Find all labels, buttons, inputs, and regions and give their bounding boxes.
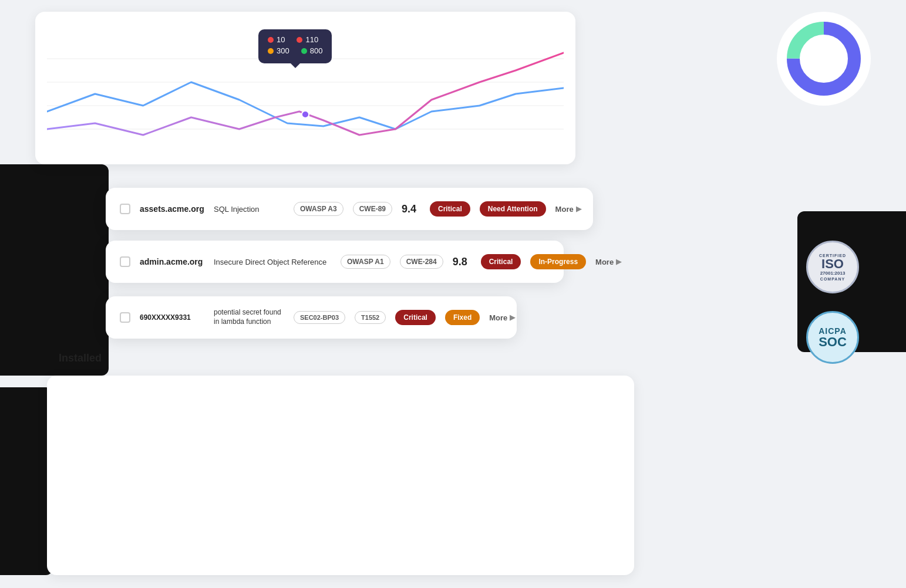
more-btn-2[interactable]: More ▶: [595, 258, 621, 266]
status-badge-1: Need Attention: [480, 201, 546, 217]
security-row-2: admin.acme.org Insecure Direct Object Re…: [106, 241, 564, 283]
checkbox-3[interactable]: [120, 312, 130, 323]
tooltip-val-4: 800: [310, 46, 323, 55]
tag-owasp-1: OWASP A3: [294, 202, 343, 216]
aicpa-badge: AICPA SOC: [806, 311, 859, 364]
tag-t-3: T1552: [355, 311, 386, 324]
arrow-icon-1: ▶: [576, 205, 581, 213]
dot-red-1: [268, 37, 274, 43]
iso-line4: COMPANY: [820, 277, 845, 281]
tooltip-item-4: 800: [301, 46, 323, 55]
chart-card: 10 110 300 800: [35, 12, 575, 164]
severity-badge-2: Critical: [481, 254, 521, 269]
aicpa-circle: AICPA SOC: [806, 311, 859, 364]
severity-badge-1: Critical: [430, 201, 470, 217]
checkbox-1[interactable]: [120, 204, 130, 214]
tooltip-item-1: 10: [268, 35, 285, 44]
installed-label: Installed: [59, 352, 102, 364]
black-panel-bottom-left: [0, 387, 53, 575]
tag-owasp-2: OWASP A1: [341, 255, 390, 269]
svg-point-4: [302, 111, 309, 118]
more-label-1: More: [555, 205, 574, 214]
dot-yellow: [268, 48, 274, 54]
tooltip-val-1: 10: [277, 35, 285, 44]
score-2: 9.8: [453, 256, 471, 268]
chart-tooltip: 10 110 300 800: [258, 29, 332, 63]
tag-cwe-1: CWE-89: [353, 202, 392, 216]
arrow-icon-3: ▶: [510, 313, 515, 322]
main-container: 10 110 300 800: [0, 0, 906, 588]
vuln-3-line2: in lambda function: [214, 317, 271, 326]
tag-cwe-2: CWE-284: [400, 255, 443, 269]
status-badge-2: In-Progress: [530, 254, 586, 269]
security-row-3: 690XXXXX9331 potential secret found in l…: [106, 296, 517, 339]
aicpa-line2: SOC: [819, 336, 847, 349]
dot-red-2: [297, 37, 302, 43]
dot-green: [301, 48, 307, 54]
domain-1: assets.acme.org: [140, 204, 204, 214]
vuln-1: SQL Injection: [214, 205, 284, 214]
donut-chart-card: [777, 12, 871, 106]
tooltip-item-2: 110: [297, 35, 318, 44]
tooltip-row-1: 10 110: [268, 35, 322, 44]
score-1: 9.4: [402, 203, 420, 215]
iso-badge: CERTIFIED ISO 27001:2013 COMPANY: [806, 241, 859, 293]
tooltip-row-2: 300 800: [268, 46, 322, 55]
tag-sec-3: SEC02-BP03: [294, 311, 345, 324]
iso-line3: 27001:2013: [820, 271, 846, 276]
arrow-icon-2: ▶: [616, 258, 621, 266]
more-label-2: More: [595, 258, 614, 266]
svg-point-7: [801, 36, 846, 81]
more-btn-1[interactable]: More ▶: [555, 205, 581, 214]
donut-svg: [783, 18, 865, 100]
chart-area: 10 110 300 800: [47, 23, 564, 153]
more-label-3: More: [489, 313, 507, 322]
vuln-3: potential secret found in lambda functio…: [214, 308, 284, 326]
checkbox-2[interactable]: [120, 256, 130, 267]
tooltip-val-3: 300: [277, 46, 289, 55]
security-row-1: assets.acme.org SQL Injection OWASP A3 C…: [106, 188, 593, 230]
iso-circle: CERTIFIED ISO 27001:2013 COMPANY: [806, 241, 859, 293]
domain-3: 690XXXXX9331: [140, 313, 204, 322]
black-panel-left: [0, 164, 109, 376]
severity-badge-3: Critical: [395, 310, 436, 325]
status-badge-3: Fixed: [445, 310, 480, 325]
bottom-card: [47, 376, 634, 575]
more-btn-3[interactable]: More ▶: [489, 313, 515, 322]
iso-line2: ISO: [821, 258, 844, 271]
vuln-2: Insecure Direct Object Reference: [214, 258, 331, 266]
tooltip-item-3: 300: [268, 46, 289, 55]
tooltip-val-2: 110: [305, 35, 318, 44]
domain-2: admin.acme.org: [140, 257, 204, 266]
vuln-3-line1: potential secret found: [214, 308, 281, 316]
